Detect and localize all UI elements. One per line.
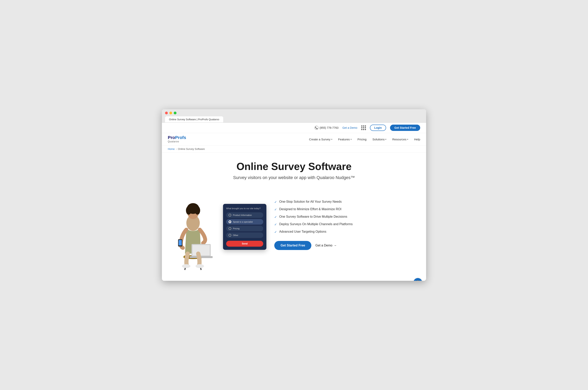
nav-solutions[interactable]: Solutions ▾	[373, 138, 387, 141]
phone-number: (855) 776-7763	[320, 126, 339, 129]
svg-point-8	[195, 206, 200, 215]
check-icon: ✓	[274, 200, 277, 204]
nav-help[interactable]: Help	[414, 138, 420, 141]
nav-pricing[interactable]: Pricing	[357, 138, 367, 141]
hero-section: Online Survey Software Survey visitors o…	[162, 153, 426, 192]
survey-option-product-info[interactable]: Product Information	[226, 212, 263, 218]
feature-item-1: ✓ One-Stop Solution for All Your Survey …	[274, 200, 420, 204]
option-label: Other	[233, 234, 238, 236]
survey-option-pricing[interactable]: Pricing	[226, 226, 263, 231]
radio-unselected	[229, 234, 231, 237]
svg-point-12	[182, 264, 191, 268]
chevron-down-icon: ▾	[351, 138, 351, 140]
breadcrumb: Home › Online Survey Software	[162, 146, 426, 153]
chevron-down-icon: ▾	[407, 138, 408, 140]
option-label: Speak to a specialist	[233, 221, 253, 223]
option-label: Pricing	[233, 227, 240, 230]
feature-text: One-Stop Solution for All Your Survey Ne…	[279, 200, 342, 203]
right-content: ✓ One-Stop Solution for All Your Survey …	[274, 192, 420, 250]
breadcrumb-home[interactable]: Home	[168, 147, 175, 150]
radio-selected	[229, 220, 231, 223]
feature-item-4: ✓ Deploy Surveys On Multiple Channels an…	[274, 222, 420, 226]
utility-bar: 📞 (855) 776-7763 Get a Demo Login Get St…	[162, 123, 426, 133]
left-content: What brought you to our site today? Prod…	[168, 192, 266, 271]
feature-text: One Survey Software to Drive Multiple De…	[279, 215, 347, 218]
send-button[interactable]: Send	[226, 241, 263, 247]
traffic-light-green[interactable]	[174, 112, 177, 114]
feature-list: ✓ One-Stop Solution for All Your Survey …	[274, 200, 420, 234]
get-started-button-top[interactable]: Get Started Free	[390, 125, 420, 131]
feature-item-5: ✓ Advanced User Targeting Options	[274, 230, 420, 234]
chevron-down-icon: ▾	[385, 138, 386, 140]
person-illustration	[168, 198, 219, 271]
check-icon: ✓	[274, 223, 277, 226]
svg-point-13	[196, 264, 204, 268]
get-demo-link-main[interactable]: Get a Demo →	[315, 244, 337, 247]
logo[interactable]: ProProfs Qualaroo	[168, 136, 186, 143]
traffic-light-red[interactable]	[165, 112, 168, 114]
feature-text: Designed to Minimize Effort & Maximize R…	[279, 207, 341, 211]
feature-item-2: ✓ Designed to Minimize Effort & Maximize…	[274, 207, 420, 211]
nav-items: Create a Survey ▾ Features ▾ Pricing Sol…	[309, 138, 420, 141]
get-demo-link-top[interactable]: Get a Demo	[342, 126, 357, 129]
feature-text: Advanced User Targeting Options	[279, 230, 326, 234]
breadcrumb-current: Online Survey Software	[178, 147, 205, 150]
svg-rect-15	[179, 240, 182, 245]
arrow-icon: →	[334, 244, 337, 247]
get-demo-text: Get a Demo	[315, 244, 332, 247]
survey-option-specialist[interactable]: Speak to a specialist	[226, 219, 263, 225]
logo-profs: Profs	[175, 135, 186, 140]
chat-icon: 💬	[416, 280, 420, 281]
hero-title: Online Survey Software	[168, 160, 420, 172]
chevron-down-icon: ▾	[331, 138, 332, 140]
login-button[interactable]: Login	[370, 125, 386, 131]
option-label: Product Information	[233, 214, 252, 216]
check-icon: ✓	[274, 215, 277, 219]
survey-option-other[interactable]: Other	[226, 233, 263, 238]
survey-question: What brought you to our site today?	[226, 207, 263, 210]
apps-grid-icon[interactable]	[361, 125, 366, 130]
get-started-button-main[interactable]: Get Started Free	[274, 241, 311, 250]
nav-resources[interactable]: Resources ▾	[392, 138, 408, 141]
hero-subtitle: Survey visitors on your website or app w…	[168, 175, 420, 180]
feature-item-3: ✓ One Survey Software to Drive Multiple …	[274, 215, 420, 219]
phone-info: 📞 (855) 776-7763	[314, 126, 339, 130]
phone-icon: 📞	[314, 126, 318, 130]
main-navigation: ProProfs Qualaroo Create a Survey ▾ Feat…	[162, 133, 426, 146]
radio-inner-dot	[229, 221, 231, 222]
svg-rect-10	[193, 245, 210, 256]
radio-unselected	[229, 227, 231, 230]
nav-create-survey[interactable]: Create a Survey ▾	[309, 138, 332, 141]
check-icon: ✓	[274, 230, 277, 234]
logo-sub: Qualaroo	[168, 140, 186, 143]
nav-features[interactable]: Features ▾	[338, 138, 351, 141]
browser-tab[interactable]: Online Survey Software | ProProfs Qualar…	[165, 116, 223, 122]
cta-buttons: Get Started Free Get a Demo →	[274, 241, 420, 250]
survey-widget: What brought you to our site today? Prod…	[223, 204, 266, 250]
check-icon: ✓	[274, 208, 277, 211]
main-content: What brought you to our site today? Prod…	[162, 192, 426, 281]
svg-point-7	[186, 206, 191, 215]
radio-unselected	[229, 214, 231, 216]
breadcrumb-separator: ›	[176, 147, 177, 150]
feature-text: Deploy Surveys On Multiple Channels and …	[279, 222, 353, 226]
traffic-light-yellow[interactable]	[169, 112, 172, 114]
logo-pro: Pro	[168, 135, 175, 140]
